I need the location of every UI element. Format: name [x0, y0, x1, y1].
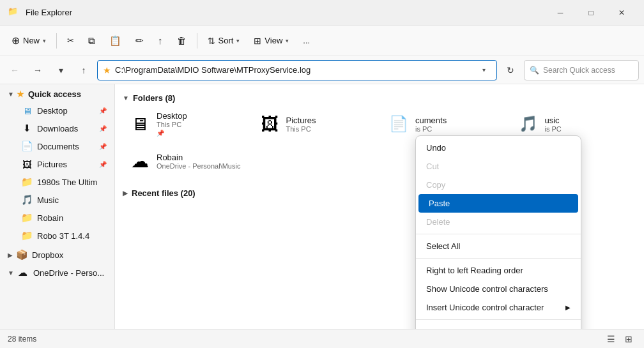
close-button[interactable]: ✕: [607, 3, 636, 23]
sidebar-item-robo3t[interactable]: 📁 Robo 3T 1.4.4: [3, 227, 112, 245]
ctx-insert-unicode-label: Insert Unicode control character: [426, 303, 544, 312]
new-button[interactable]: ⊕ New ▾: [5, 29, 52, 52]
ctx-paste-label: Paste: [429, 199, 450, 208]
desktop-pin-icon: 📌: [99, 107, 107, 114]
view-arrow: ▾: [286, 38, 289, 44]
folder-item-desktop[interactable]: 🖥 Desktop This PC 📌: [123, 107, 249, 141]
sidebar-item-robo3t-label: Robo 3T 1.4.4: [37, 231, 89, 241]
copy-button[interactable]: ⧉: [82, 29, 102, 52]
recent-header-label: Recent files (20): [132, 188, 195, 198]
view-button[interactable]: ⊞ View ▾: [247, 29, 295, 52]
minimize-button[interactable]: ─: [546, 3, 575, 23]
sidebar-item-documents[interactable]: 📄 Documents 📌: [3, 137, 112, 155]
forward-button[interactable]: →: [28, 61, 47, 80]
search-box[interactable]: 🔍 Search Quick access: [524, 60, 639, 80]
downloads-pin-icon: 📌: [99, 125, 107, 132]
quick-access-star-icon: ★: [17, 89, 24, 99]
folder-documents-info: cuments is PC: [415, 116, 447, 133]
folder-item-pictures[interactable]: 🖼 Pictures This PC: [252, 107, 378, 141]
folder-robain-name: Robain: [157, 153, 240, 162]
folder-pictures-name: Pictures: [286, 116, 316, 125]
ctx-paste[interactable]: Paste: [418, 194, 578, 213]
desktop-icon: 🖥: [20, 104, 33, 117]
recent-button[interactable]: ▾: [51, 61, 70, 80]
paste-button[interactable]: 📋: [103, 29, 128, 52]
list-view-button[interactable]: ☰: [603, 331, 618, 347]
folder-desktop-sub: This PC: [157, 121, 187, 128]
view-controls: ☰ ⊞: [603, 331, 636, 347]
sidebar-item-robain[interactable]: 📁 Robain: [3, 209, 112, 227]
folder-music-sub: is PC: [545, 125, 562, 133]
sidebar-item-dropbox[interactable]: ▶ 📦 Dropbox: [3, 246, 112, 264]
delete-button[interactable]: 🗑: [171, 29, 193, 52]
sidebar-item-music[interactable]: 🎵 Music: [3, 191, 112, 209]
delete-icon: 🗑: [177, 35, 187, 46]
cut-button[interactable]: ✂: [61, 29, 80, 52]
sidebar-item-1980s[interactable]: 📁 1980s The Ultim: [3, 173, 112, 191]
folder-pictures-sub: This PC: [286, 125, 316, 133]
maximize-button[interactable]: □: [576, 3, 606, 23]
ctx-show-unicode[interactable]: Show Unicode control characters: [416, 280, 581, 298]
ctx-sep-3: [416, 319, 581, 320]
grid-view-button[interactable]: ⊞: [621, 331, 636, 347]
folder-pictures-info: Pictures This PC: [286, 116, 316, 133]
ctx-delete: Delete: [416, 213, 581, 231]
pictures-pin-icon: 📌: [99, 161, 107, 168]
sidebar-item-1980s-label: 1980s The Ultim: [37, 178, 97, 187]
paste-icon: 📋: [109, 35, 121, 47]
quick-access-header[interactable]: ▼ ★ Quick access: [3, 87, 112, 102]
view-icon: ⊞: [254, 36, 261, 46]
ctx-delete-label: Delete: [426, 217, 450, 227]
ctx-insert-arrow: ▶: [565, 304, 571, 311]
sidebar-item-dropbox-label: Dropbox: [32, 250, 63, 260]
sidebar-item-pictures[interactable]: 🖼 Pictures 📌: [3, 155, 112, 173]
sort-button[interactable]: ⇅ Sort ▾: [201, 29, 247, 52]
folder-documents-name: cuments: [415, 116, 447, 125]
folder-robain-icon: ☁: [128, 149, 151, 172]
rename-icon: ✏: [135, 35, 144, 47]
recent-chevron: ▶: [123, 190, 128, 197]
sidebar-item-onedrive[interactable]: ▼ ☁ OneDrive - Perso...: [3, 264, 112, 282]
toolbar: ⊕ New ▾ ✂ ⧉ 📋 ✏ ↑ 🗑 ⇅ Sort ▾ ⊞ View ▾ ..…: [0, 26, 644, 56]
refresh-button[interactable]: ↻: [501, 61, 520, 80]
ctx-rtl[interactable]: Right to left Reading order: [416, 261, 581, 280]
folder-music-name: usic: [545, 116, 562, 125]
ctx-select-all[interactable]: Select All: [416, 237, 581, 255]
more-icon: ...: [303, 36, 310, 45]
address-bar[interactable]: ★ C:\ProgramData\MDIO Software\MTProxySe…: [97, 60, 497, 80]
folders-chevron: ▼: [123, 95, 129, 102]
ctx-show-unicode-label: Show Unicode control characters: [426, 284, 548, 294]
folders-section-header[interactable]: ▼ Folders (8): [123, 89, 636, 107]
ctx-copy: Copy: [416, 176, 581, 194]
ctx-insert-unicode[interactable]: Insert Unicode control character ▶: [416, 298, 581, 317]
sort-icon: ⇅: [208, 36, 215, 46]
sidebar-item-desktop[interactable]: 🖥 Desktop 📌: [3, 102, 112, 119]
folder-robain-sub: OneDrive - Personal\Music: [157, 162, 240, 170]
sidebar-item-downloads-label: Downloads: [37, 124, 78, 133]
folder-robain-info: Robain OneDrive - Personal\Music: [157, 153, 240, 170]
ctx-undo[interactable]: Undo: [416, 139, 581, 157]
app-title: File Explorer: [26, 8, 546, 17]
up-button[interactable]: ↑: [74, 61, 93, 80]
downloads-icon: ⬇: [20, 122, 33, 135]
more-button[interactable]: ...: [296, 29, 316, 52]
address-dropdown-button[interactable]: ▾: [476, 63, 491, 78]
back-button[interactable]: ←: [5, 61, 24, 80]
documents-icon: 📄: [20, 140, 33, 153]
rename-button[interactable]: ✏: [129, 29, 150, 52]
address-path: C:\ProgramData\MDIO Software\MTProxyServ…: [115, 65, 476, 75]
folder-item-robain[interactable]: ☁ Robain OneDrive - Personal\Music: [123, 145, 249, 177]
sort-label: Sort: [218, 36, 234, 45]
share-button[interactable]: ↑: [151, 29, 169, 52]
toolbar-sep-1: [56, 33, 57, 49]
sidebar-item-onedrive-label: OneDrive - Perso...: [33, 268, 104, 278]
title-bar: 📁 File Explorer ─ □ ✕: [0, 0, 644, 26]
item-count: 28 items: [8, 335, 36, 344]
ctx-rtl-label: Right to left Reading order: [426, 266, 523, 275]
ctx-select-all-label: Select All: [426, 241, 460, 251]
1980s-icon: 📁: [20, 176, 33, 188]
sidebar: ▼ ★ Quick access 🖥 Desktop 📌 ⬇ Downloads…: [0, 84, 115, 329]
robo3t-icon: 📁: [20, 229, 33, 242]
ctx-open-ime[interactable]: Open IME: [416, 322, 581, 329]
sidebar-item-downloads[interactable]: ⬇ Downloads 📌: [3, 119, 112, 137]
